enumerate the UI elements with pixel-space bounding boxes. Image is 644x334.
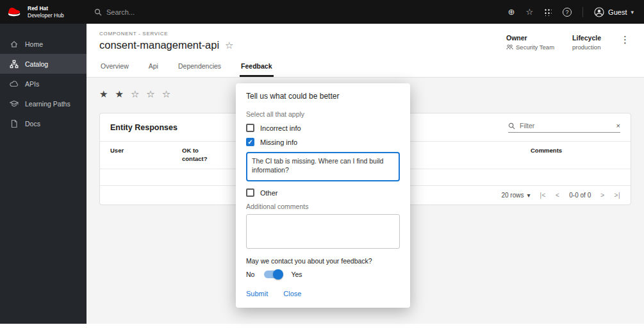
app-window: Red Hat Developer Hub ⊕ ☆ ? [0, 0, 644, 334]
topbar-divider [582, 7, 583, 17]
checkbox-label: Missing info [260, 138, 297, 146]
page-title: consent-management-api [99, 39, 219, 51]
close-button[interactable]: Close [283, 290, 301, 297]
last-page-icon[interactable]: >| [615, 192, 620, 199]
first-page-icon[interactable]: |< [540, 192, 546, 199]
sidebar-item-docs[interactable]: Docs [0, 113, 87, 133]
entity-header: COMPONENT - SERVICE consent-management-a… [87, 24, 644, 56]
redhat-fedora-icon [6, 6, 23, 17]
entity-meta: Owner Security Team Lifecycle production… [506, 31, 631, 51]
checkbox-missing-info[interactable]: ✓ Missing info [246, 138, 400, 146]
topbar-actions: ⊕ ☆ ? Guest ▾ [508, 7, 644, 17]
tab-api[interactable]: Api [147, 56, 160, 77]
additional-comments-textarea[interactable] [246, 214, 400, 249]
card-title: Entity Responses [110, 123, 178, 132]
lifecycle-label: Lifecycle [572, 34, 601, 42]
sidebar-item-home[interactable]: Home [0, 34, 87, 54]
column-header-user: User [110, 147, 182, 163]
search-input[interactable] [106, 8, 247, 16]
avatar-icon [594, 7, 604, 17]
sidebar-item-catalog[interactable]: Catalog [0, 54, 87, 74]
dialog-actions: Submit Close [246, 290, 400, 297]
rating-star-icon[interactable]: ☆ [146, 88, 154, 100]
contact-toggle-row: No Yes [246, 271, 400, 278]
search-icon [508, 122, 515, 129]
brand-text: Red Hat Developer Hub [28, 5, 64, 18]
brand-line2: Developer Hub [28, 12, 64, 19]
dropdown-arrow-icon: ▾ [527, 192, 530, 199]
check-icon: ✓ [247, 138, 252, 146]
column-header-comments: Comments [531, 147, 620, 163]
toggle-knob [273, 269, 283, 280]
group-icon [506, 44, 513, 50]
entity-tabs: Overview Api Dependencies Feedback [87, 56, 644, 78]
submit-button[interactable]: Submit [246, 290, 268, 297]
checkbox-other[interactable]: Other [246, 188, 400, 197]
filter-field: × [508, 122, 620, 133]
contact-toggle[interactable] [264, 271, 281, 278]
next-page-icon[interactable]: > [600, 192, 604, 199]
docs-icon [10, 119, 19, 128]
rating-star-icon[interactable]: ☆ [131, 88, 139, 100]
create-plus-icon[interactable]: ⊕ [508, 8, 515, 16]
home-icon [10, 40, 19, 49]
previous-page-icon[interactable]: < [556, 192, 559, 199]
owner-value[interactable]: Security Team [516, 44, 554, 51]
filter-input[interactable] [520, 122, 612, 129]
toggle-on-label: Yes [291, 271, 302, 278]
lifecycle-block: Lifecycle production [572, 34, 601, 51]
topbar: Red Hat Developer Hub ⊕ ☆ ? [0, 0, 644, 24]
chevron-down-icon: ▾ [631, 9, 634, 15]
breadcrumb: COMPONENT - SERVICE [99, 31, 234, 37]
rows-per-page-select[interactable]: 20 rows ▾ [501, 192, 530, 199]
checkbox-unchecked-icon [246, 188, 254, 197]
favorite-entity-star-icon[interactable]: ☆ [225, 40, 233, 51]
checkbox-label: Incorrect info [260, 124, 301, 132]
help-icon[interactable]: ? [563, 8, 572, 17]
sidebar-item-apis[interactable]: APIs [0, 74, 87, 94]
additional-comments-label: Additional comments [246, 203, 400, 210]
checkbox-label: Other [260, 189, 278, 197]
clear-filter-icon[interactable]: × [616, 122, 620, 129]
missing-info-details-textarea[interactable]: The CI tab is missing. Where can I find … [246, 152, 400, 181]
more-options-kebab-icon[interactable]: ⋮ [619, 34, 631, 46]
dialog-title: Tell us what could be better [246, 92, 400, 101]
sidebar-item-label: APIs [25, 80, 39, 88]
owner-block: Owner Security Team [506, 34, 554, 51]
sidebar: Home Catalog APIs [0, 24, 87, 324]
dialog-subtitle: Select all that apply [246, 110, 400, 118]
tab-dependencies[interactable]: Dependencies [177, 56, 222, 77]
search-icon [94, 8, 102, 16]
sidebar-item-label: Home [25, 40, 43, 48]
tab-overview[interactable]: Overview [99, 56, 130, 77]
favorites-star-icon[interactable]: ☆ [525, 8, 533, 16]
column-header-ok-to-contact: OK to contact? [182, 147, 220, 163]
global-search [94, 8, 508, 16]
sidebar-item-learning-paths[interactable]: Learning Paths [0, 94, 87, 113]
user-name: Guest [608, 8, 627, 16]
toggle-off-label: No [246, 271, 254, 278]
owner-label: Owner [506, 34, 554, 42]
brand-line1: Red Hat [28, 5, 64, 12]
checkbox-unchecked-icon [246, 124, 254, 132]
apps-grid-icon[interactable] [544, 8, 552, 16]
sidebar-item-label: Catalog [25, 60, 48, 68]
tab-feedback[interactable]: Feedback [240, 56, 273, 77]
lifecycle-value: production [572, 44, 600, 51]
rows-per-page-value: 20 rows [501, 192, 524, 199]
rating-star-icon[interactable]: ★ [99, 88, 108, 100]
rating-star-icon[interactable]: ☆ [162, 88, 170, 100]
learning-paths-icon [10, 99, 19, 108]
checkbox-checked-icon: ✓ [246, 138, 254, 146]
user-menu[interactable]: Guest ▾ [594, 7, 634, 17]
catalog-icon [10, 60, 19, 69]
contact-question: May we contact you about your feedback? [246, 257, 400, 265]
sidebar-item-label: Docs [25, 120, 40, 128]
checkbox-incorrect-info[interactable]: Incorrect info [246, 124, 400, 132]
rating-star-icon[interactable]: ★ [115, 88, 123, 100]
page-range-label: 0-0 of 0 [569, 192, 591, 199]
feedback-dialog: Tell us what could be better Select all … [236, 83, 410, 308]
redhat-developer-hub-logo[interactable]: Red Hat Developer Hub [0, 5, 87, 18]
sidebar-item-label: Learning Paths [25, 100, 70, 108]
apis-icon [10, 79, 19, 88]
